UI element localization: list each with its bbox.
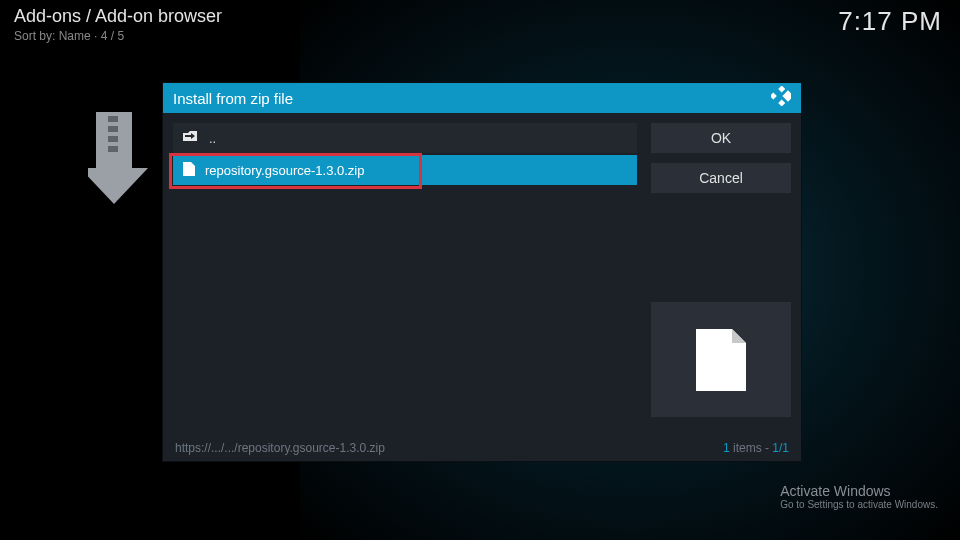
- svg-rect-6: [778, 99, 785, 106]
- footer-path: https://.../.../repository.gsource-1.3.0…: [175, 441, 385, 455]
- breadcrumb: Add-ons / Add-on browser: [14, 6, 222, 27]
- svg-rect-5: [771, 92, 777, 99]
- header-breadcrumb-area: Add-ons / Add-on browser Sort by: Name ·…: [14, 6, 222, 43]
- svg-rect-4: [778, 86, 785, 93]
- document-icon: [696, 329, 746, 391]
- svg-rect-3: [108, 146, 118, 152]
- clock: 7:17 PM: [838, 6, 942, 37]
- svg-rect-1: [108, 126, 118, 132]
- dialog-title: Install from zip file: [173, 90, 771, 107]
- install-zip-dialog: Install from zip file .. reposito: [162, 82, 802, 462]
- footer-count: 1 items - 1/1: [723, 441, 789, 455]
- ok-button[interactable]: OK: [651, 123, 791, 153]
- parent-dir-row[interactable]: ..: [173, 123, 637, 153]
- file-name: repository.gsource-1.3.0.zip: [205, 163, 364, 178]
- folder-up-icon: [183, 131, 199, 146]
- file-icon: [183, 162, 195, 179]
- svg-rect-0: [108, 116, 118, 122]
- file-list: .. repository.gsource-1.3.0.zip: [173, 123, 637, 423]
- cancel-button[interactable]: Cancel: [651, 163, 791, 193]
- svg-rect-2: [108, 136, 118, 142]
- zip-install-icon: [88, 112, 164, 214]
- sort-info: Sort by: Name · 4 / 5: [14, 29, 222, 43]
- kodi-logo-icon: [771, 86, 791, 110]
- windows-watermark: Activate Windows Go to Settings to activ…: [780, 483, 938, 510]
- dialog-footer: https://.../.../repository.gsource-1.3.0…: [175, 441, 789, 455]
- parent-dir-label: ..: [209, 131, 216, 146]
- dialog-side-panel: OK Cancel: [651, 123, 791, 423]
- file-row[interactable]: repository.gsource-1.3.0.zip: [173, 155, 637, 185]
- file-preview: [651, 302, 791, 417]
- dialog-header: Install from zip file: [163, 83, 801, 113]
- svg-rect-7: [782, 90, 791, 101]
